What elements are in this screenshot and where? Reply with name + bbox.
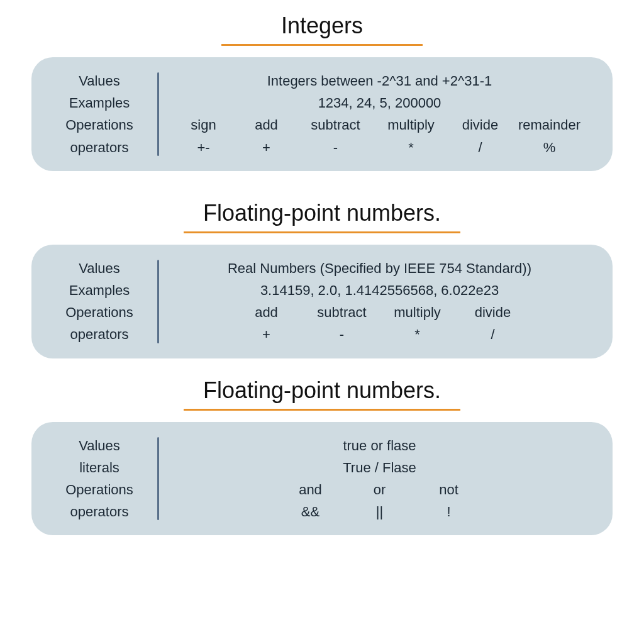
section-bool: Floating-point numbers. Values literals …	[31, 377, 613, 536]
section-title: Floating-point numbers.	[203, 200, 441, 226]
op-sym: ||	[345, 501, 414, 523]
op-name: subtract	[298, 114, 374, 136]
card-bool: Values literals Operations operators tru…	[31, 422, 613, 536]
op-sym: *	[380, 323, 455, 345]
label-examples: Examples	[50, 279, 148, 301]
op-sym: /	[449, 136, 512, 158]
op-name: add	[229, 301, 304, 323]
section-title: Floating-point numbers.	[203, 377, 441, 404]
op-name: divide	[449, 114, 512, 136]
label-literals: literals	[50, 457, 148, 479]
card-float: Values Examples Operations operators Rea…	[31, 245, 613, 358]
section-integers: Integers Values Examples Operations oper…	[31, 13, 613, 171]
content-col: Real Numbers (Specified by IEEE 754 Stan…	[159, 257, 594, 346]
label-operators: operators	[50, 136, 148, 158]
literals-line: True / Flase	[165, 457, 594, 479]
op-name: or	[345, 479, 414, 501]
labels-col: Values literals Operations operators	[50, 435, 157, 523]
values-line: true or flase	[165, 435, 594, 457]
examples-line: 1234, 24, 5, 200000	[165, 92, 594, 114]
op-name: multiply	[374, 114, 449, 136]
title-wrap: Floating-point numbers.	[31, 200, 613, 233]
examples-line: 3.14159, 2.0, 1.4142556568, 6.022e23	[165, 279, 594, 301]
op-name: multiply	[380, 301, 455, 323]
label-operations: Operations	[50, 114, 148, 136]
label-values: Values	[50, 435, 148, 457]
op-sym: +-	[172, 136, 235, 158]
values-line: Real Numbers (Specified by IEEE 754 Stan…	[165, 257, 594, 279]
ops-table: and&& or|| not!	[165, 479, 594, 523]
op-sym: +	[235, 136, 298, 158]
label-operators: operators	[50, 323, 148, 345]
label-operators: operators	[50, 501, 148, 523]
op-sym: -	[298, 136, 374, 158]
op-name: and	[276, 479, 345, 501]
title-underline	[221, 44, 423, 46]
labels-col: Values Examples Operations operators	[50, 70, 157, 158]
op-sym: &&	[276, 501, 345, 523]
op-sym: +	[229, 323, 304, 345]
content-col: Integers between -2^31 and +2^31-1 1234,…	[159, 70, 594, 158]
op-name: subtract	[304, 301, 380, 323]
section-float: Floating-point numbers. Values Examples …	[31, 200, 613, 358]
title-wrap: Integers	[31, 13, 613, 46]
op-sym: /	[455, 323, 531, 345]
op-sym: %	[512, 136, 587, 158]
op-name: sign	[172, 114, 235, 136]
op-name: not	[414, 479, 484, 501]
label-values: Values	[50, 70, 148, 92]
values-line: Integers between -2^31 and +2^31-1	[165, 70, 594, 92]
op-sym: !	[414, 501, 484, 523]
labels-col: Values Examples Operations operators	[50, 257, 157, 346]
ops-table: sign+- add+ subtract- multiply* divide/ …	[165, 114, 594, 158]
title-wrap: Floating-point numbers.	[31, 377, 613, 411]
label-operations: Operations	[50, 479, 148, 501]
content-col: true or flase True / Flase and&& or|| no…	[159, 435, 594, 523]
op-name: add	[235, 114, 298, 136]
op-sym: *	[374, 136, 449, 158]
op-sym: -	[304, 323, 380, 345]
op-name: remainder	[512, 114, 587, 136]
label-operations: Operations	[50, 301, 148, 323]
label-values: Values	[50, 257, 148, 279]
title-underline	[184, 231, 460, 233]
card-integers: Values Examples Operations operators Int…	[31, 57, 613, 171]
title-underline	[184, 409, 460, 411]
op-name: divide	[455, 301, 531, 323]
label-examples: Examples	[50, 92, 148, 114]
ops-table: add+ subtract- multiply* divide/	[165, 301, 594, 345]
section-title: Integers	[281, 13, 363, 39]
